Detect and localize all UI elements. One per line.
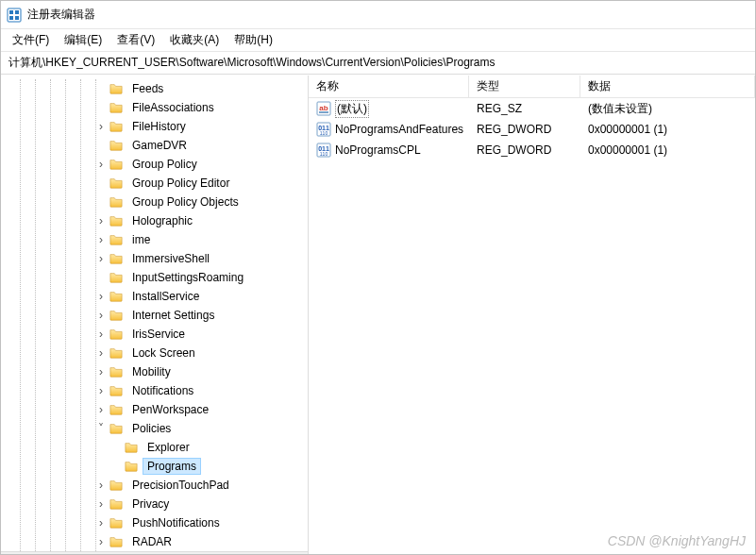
tree-node-label: ime (127, 231, 155, 248)
folder-icon (109, 516, 124, 530)
tree-node-ime[interactable]: ›ime (1, 230, 308, 249)
tree-node-fileassociations[interactable]: FileAssociations (1, 98, 308, 117)
tree-node-irisservice[interactable]: ›IrisService (1, 325, 308, 344)
tree-node-privacy[interactable]: ›Privacy (1, 495, 308, 513)
expander-icon[interactable]: › (94, 403, 108, 416)
tree-node-gamedvr[interactable]: GameDVR (1, 136, 308, 155)
tree-node-lock-screen[interactable]: ›Lock Screen (1, 344, 308, 362)
registry-tree[interactable]: FeedsFileAssociations›FileHistoryGameDVR… (1, 76, 309, 554)
expander-icon[interactable] (94, 177, 108, 190)
value-row[interactable]: NoProgramsCPLREG_DWORD0x00000001 (1) (309, 140, 755, 160)
tree-node-label: Feeds (127, 80, 168, 97)
menu-view[interactable]: 查看(V) (109, 30, 162, 50)
expander-icon[interactable]: › (94, 365, 108, 378)
tree-node-installservice[interactable]: ›InstallService (1, 287, 308, 306)
expander-icon[interactable]: › (94, 158, 108, 171)
tree-node-label: ImmersiveShell (127, 250, 214, 267)
menu-favorites[interactable]: 收藏夹(A) (162, 30, 227, 50)
column-header-name[interactable]: 名称 (309, 76, 469, 97)
expander-icon[interactable] (94, 82, 108, 95)
folder-icon (109, 195, 124, 209)
expander-icon[interactable]: › (94, 309, 108, 322)
expander-icon[interactable]: › (94, 328, 108, 341)
expander-icon[interactable]: › (94, 290, 108, 303)
tree-node-programs[interactable]: Programs (1, 457, 308, 476)
column-header-type[interactable]: 类型 (469, 76, 580, 97)
expander-icon[interactable]: › (94, 479, 108, 492)
scroll-left-button[interactable]: ◂ (1, 552, 17, 554)
folder-icon (109, 328, 124, 341)
value-name: (默认) (335, 100, 369, 118)
tree-node-group-policy-objects[interactable]: Group Policy Objects (1, 193, 308, 211)
tree-node-penworkspace[interactable]: ›PenWorkspace (1, 400, 308, 419)
value-row[interactable]: (默认)REG_SZ(数值未设置) (309, 98, 755, 119)
menu-help[interactable]: 帮助(H) (227, 30, 280, 50)
expander-icon[interactable]: › (94, 516, 108, 530)
expander-icon[interactable]: › (94, 384, 108, 397)
list-header: 名称 类型 数据 (309, 76, 755, 98)
folder-icon (109, 384, 124, 397)
expander-icon[interactable]: › (94, 214, 108, 227)
tree-node-mobility[interactable]: ›Mobility (1, 362, 308, 381)
column-header-data[interactable]: 数据 (580, 76, 755, 97)
expander-icon[interactable]: › (94, 252, 108, 265)
expander-icon[interactable]: › (94, 120, 108, 133)
expander-icon[interactable] (109, 460, 123, 473)
value-row[interactable]: NoProgramsAndFeaturesREG_DWORD0x00000001… (309, 119, 755, 140)
folder-icon (109, 252, 124, 265)
value-data: 0x00000001 (1) (588, 123, 667, 136)
tree-node-internet-settings[interactable]: ›Internet Settings (1, 306, 308, 325)
tree-node-inputsettingsroaming[interactable]: InputSettingsRoaming (1, 268, 308, 287)
address-bar[interactable]: 计算机\HKEY_CURRENT_USER\Software\Microsoft… (1, 52, 755, 75)
folder-icon (109, 101, 124, 114)
expander-icon[interactable] (109, 441, 123, 454)
tree-node-label: InstallService (127, 288, 204, 305)
tree-node-label: PushNotifications (127, 514, 225, 531)
tree-node-immersiveshell[interactable]: ›ImmersiveShell (1, 249, 308, 268)
tree-node-label: Explorer (143, 439, 194, 456)
tree-node-pushnotifications[interactable]: ›PushNotifications (1, 513, 308, 532)
folder-icon (109, 158, 124, 171)
tree-node-filehistory[interactable]: ›FileHistory (1, 117, 308, 136)
expander-icon[interactable]: › (94, 346, 108, 360)
tree-node-feeds[interactable]: Feeds (1, 79, 308, 98)
tree-node-label: FileAssociations (127, 99, 219, 116)
folder-icon (109, 177, 124, 190)
expander-icon[interactable] (94, 195, 108, 209)
tree-node-label: FileHistory (127, 118, 191, 135)
titlebar[interactable]: 注册表编辑器 (1, 1, 755, 29)
value-name: NoProgramsAndFeatures (335, 123, 463, 136)
list-body[interactable]: (默认)REG_SZ(数值未设置)NoProgramsAndFeaturesRE… (309, 98, 755, 554)
tree-node-label: Group Policy Editor (127, 175, 234, 192)
tree-horizontal-scrollbar[interactable]: ◂ ▸ (1, 551, 308, 554)
tree-node-label: InputSettingsRoaming (127, 269, 248, 286)
tree-node-label: Mobility (127, 363, 176, 380)
scroll-right-button[interactable]: ▸ (292, 552, 308, 554)
folder-icon (109, 309, 124, 322)
tree-node-policies[interactable]: ˅Policies (1, 419, 308, 438)
expander-icon[interactable]: › (94, 497, 108, 511)
tree-node-group-policy[interactable]: ›Group Policy (1, 155, 308, 174)
folder-icon (124, 441, 139, 454)
expander-icon[interactable] (94, 101, 108, 114)
expander-icon[interactable] (94, 139, 108, 152)
tree-node-precisiontouchpad[interactable]: ›PrecisionTouchPad (1, 476, 308, 495)
reg-dword-icon (316, 122, 331, 137)
menu-file[interactable]: 文件(F) (5, 30, 57, 50)
expander-icon[interactable]: › (94, 535, 108, 548)
reg-string-icon (316, 101, 331, 116)
tree-node-explorer[interactable]: Explorer (1, 438, 308, 457)
tree-node-label: Group Policy Objects (127, 193, 244, 210)
expander-icon[interactable]: › (94, 233, 108, 246)
expander-icon[interactable] (94, 271, 108, 284)
folder-icon (109, 271, 124, 284)
menu-edit[interactable]: 编辑(E) (57, 30, 109, 50)
tree-node-radar[interactable]: ›RADAR (1, 532, 308, 551)
tree-node-holographic[interactable]: ›Holographic (1, 211, 308, 230)
tree-node-label: PrecisionTouchPad (127, 477, 234, 494)
tree-node-label: PenWorkspace (127, 401, 213, 418)
tree-node-group-policy-editor[interactable]: Group Policy Editor (1, 174, 308, 193)
tree-node-notifications[interactable]: ›Notifications (1, 381, 308, 400)
folder-icon (109, 139, 124, 152)
expander-icon[interactable]: ˅ (94, 422, 108, 435)
